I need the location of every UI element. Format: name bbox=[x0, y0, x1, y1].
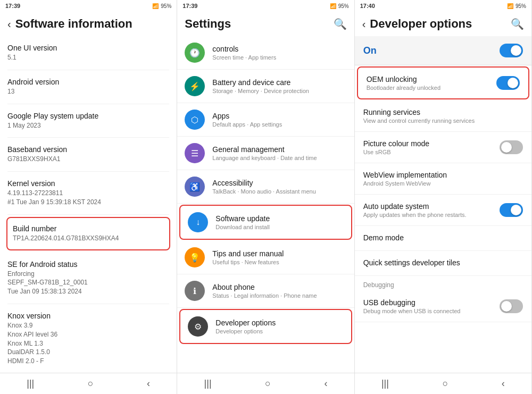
settings-item-title: Software update bbox=[215, 214, 343, 223]
nav-back-2[interactable]: ‹ bbox=[313, 376, 338, 391]
nav-back-3[interactable]: ‹ bbox=[491, 376, 516, 391]
info-value: 4.19.113-27223811#1 Tue Jan 9 15:39:18 K… bbox=[7, 189, 169, 207]
info-list: One UI version 5.1 Android version 13 Go… bbox=[0, 36, 177, 373]
status-bar-1: 17:39 📶 95% bbox=[0, 0, 177, 12]
developer-item[interactable]: Demo mode bbox=[355, 226, 531, 251]
settings-item-text: General management Language and keyboard… bbox=[212, 145, 346, 161]
dev-item-text: Auto update system Apply updates when th… bbox=[363, 202, 500, 218]
info-value: Knox 3.9Knox API level 36Knox ML 1.3Dual… bbox=[7, 321, 169, 366]
dev-item-title: WebView implementation bbox=[363, 171, 523, 179]
toggle-2[interactable] bbox=[500, 140, 523, 154]
settings-item[interactable]: 🕐 controls Screen time · App timers bbox=[177, 36, 354, 70]
info-label: Kernel version bbox=[7, 179, 169, 188]
nav-recents-3[interactable]: ||| bbox=[371, 376, 400, 391]
header-3: ‹ Developer options 🔍 bbox=[355, 12, 531, 36]
info-value: 5.1 bbox=[7, 53, 169, 62]
nav-home-3[interactable]: ○ bbox=[431, 376, 459, 391]
developer-item[interactable]: Running services View and control curren… bbox=[355, 100, 531, 132]
search-icon-3[interactable]: 🔍 bbox=[511, 18, 524, 30]
toggle-0[interactable] bbox=[496, 76, 520, 90]
settings-item[interactable]: ℹ About phone Status · Legal information… bbox=[177, 274, 354, 308]
bottom-nav-2: ||| ○ ‹ bbox=[177, 373, 354, 394]
bottom-nav-3: ||| ○ ‹ bbox=[355, 373, 531, 394]
signal-icon-1: 📶 bbox=[152, 3, 159, 9]
debug-item-title: USB debugging bbox=[363, 298, 500, 307]
nav-home-2[interactable]: ○ bbox=[254, 376, 281, 391]
bottom-nav-1: ||| ○ ‹ bbox=[0, 373, 177, 394]
settings-item-sub: Default apps · App settings bbox=[212, 121, 346, 128]
dev-item-sub: Apply updates when the phone restarts. bbox=[363, 212, 500, 218]
debugging-item[interactable]: USB debugging Debug mode when USB is con… bbox=[355, 291, 531, 322]
settings-item-icon: ↓ bbox=[188, 212, 208, 232]
back-button-1[interactable]: ‹ bbox=[7, 18, 11, 30]
signal-icon-3: 📶 bbox=[507, 3, 513, 9]
info-item[interactable]: Kernel version 4.19.113-27223811#1 Tue J… bbox=[7, 172, 169, 215]
settings-item-sub: Screen time · App timers bbox=[212, 54, 346, 61]
settings-item[interactable]: ☰ General management Language and keyboa… bbox=[177, 137, 354, 170]
info-item: SE for Android status EnforcingSEPF_SM-G… bbox=[7, 253, 169, 304]
settings-list: 🕐 controls Screen time · App timers ⚡ Ba… bbox=[177, 36, 354, 373]
info-item: Baseband version G781BXXS9HXA1 bbox=[7, 138, 169, 172]
dev-item-title: Running services bbox=[363, 108, 523, 116]
nav-home-1[interactable]: ○ bbox=[77, 376, 104, 391]
battery-icon-2: 95% bbox=[338, 3, 349, 9]
nav-recents-1[interactable]: ||| bbox=[16, 376, 45, 391]
settings-item[interactable]: ♿ Accessibility TalkBack · Mono audio · … bbox=[177, 170, 354, 204]
time-1: 17:39 bbox=[5, 3, 20, 9]
time-2: 17:39 bbox=[182, 3, 197, 9]
settings-item-sub: Developer options bbox=[215, 328, 343, 334]
battery-icon-1: 95% bbox=[161, 3, 171, 9]
info-label: Baseband version bbox=[7, 145, 169, 154]
settings-item-icon: ♿ bbox=[185, 177, 205, 197]
settings-item-title: Apps bbox=[212, 112, 346, 120]
dev-item-title: Picture colour mode bbox=[363, 139, 500, 148]
settings-item[interactable]: ↓ Software update Download and install bbox=[179, 205, 352, 240]
settings-item-title: Accessibility bbox=[212, 179, 346, 187]
developer-item[interactable]: Auto update system Apply updates when th… bbox=[355, 195, 531, 226]
dev-item-text: Running services View and control curren… bbox=[363, 108, 523, 124]
debug-item-sub: Debug mode when USB is connected bbox=[363, 308, 500, 314]
settings-item[interactable]: 💡 Tips and user manual Useful tips · New… bbox=[177, 241, 354, 274]
settings-item-icon: 🕐 bbox=[185, 43, 205, 63]
developer-item[interactable]: Quick settings developer tiles bbox=[355, 251, 531, 276]
settings-item[interactable]: ⚡ Battery and device care Storage · Memo… bbox=[177, 70, 354, 103]
nav-recents-2[interactable]: ||| bbox=[194, 376, 222, 391]
settings-item[interactable]: ⚙ Developer options Developer options bbox=[179, 309, 352, 344]
developer-on-row: On bbox=[355, 36, 531, 65]
dev-item-sub: Android System WebView bbox=[363, 180, 523, 187]
settings-item-title: Tips and user manual bbox=[212, 249, 346, 258]
settings-item[interactable]: ⬡ Apps Default apps · App settings bbox=[177, 103, 354, 137]
back-button-3[interactable]: ‹ bbox=[362, 18, 366, 30]
info-value: G781BXXS9HXA1 bbox=[7, 155, 169, 164]
developer-options-list: On OEM unlocking Bootloader already unlo… bbox=[355, 36, 531, 373]
settings-item-icon: ⚡ bbox=[185, 76, 205, 96]
header-1: ‹ Software information bbox=[0, 12, 177, 36]
usb-debug-toggle[interactable] bbox=[500, 299, 523, 313]
dev-item-sub: Bootloader already unlocked bbox=[367, 85, 496, 91]
settings-item-text: Tips and user manual Useful tips · New f… bbox=[212, 249, 346, 265]
dev-item-text: OEM unlocking Bootloader already unlocke… bbox=[367, 75, 496, 91]
toggle-4[interactable] bbox=[500, 203, 523, 217]
dev-item-sub: Use sRGB bbox=[363, 149, 500, 155]
settings-item-title: About phone bbox=[212, 283, 346, 291]
info-item: One UI version 5.1 bbox=[7, 36, 169, 70]
developer-item[interactable]: WebView implementation Android System We… bbox=[355, 163, 531, 195]
dev-item-title: Quick settings developer tiles bbox=[363, 258, 523, 267]
dev-item-title: OEM unlocking bbox=[367, 75, 496, 83]
status-icons-2: 📶 95% bbox=[330, 3, 349, 9]
developer-on-toggle[interactable] bbox=[500, 44, 523, 57]
settings-item-sub: Useful tips · New features bbox=[212, 259, 346, 265]
settings-item-text: controls Screen time · App timers bbox=[212, 45, 346, 61]
nav-back-1[interactable]: ‹ bbox=[136, 376, 161, 391]
status-icons-3: 📶 95% bbox=[507, 3, 526, 9]
search-icon-2[interactable]: 🔍 bbox=[334, 18, 347, 30]
status-bar-2: 17:39 📶 95% bbox=[177, 0, 354, 12]
settings-item-text: Developer options Developer options bbox=[215, 318, 343, 334]
info-label: One UI version bbox=[7, 44, 169, 52]
status-icons-1: 📶 95% bbox=[152, 3, 171, 9]
settings-item-text: Software update Download and install bbox=[215, 214, 343, 230]
developer-item[interactable]: OEM unlocking Bootloader already unlocke… bbox=[357, 66, 529, 99]
developer-item[interactable]: Picture colour mode Use sRGB bbox=[355, 132, 531, 163]
battery-icon-3: 95% bbox=[516, 3, 526, 9]
settings-item-title: General management bbox=[212, 145, 346, 154]
